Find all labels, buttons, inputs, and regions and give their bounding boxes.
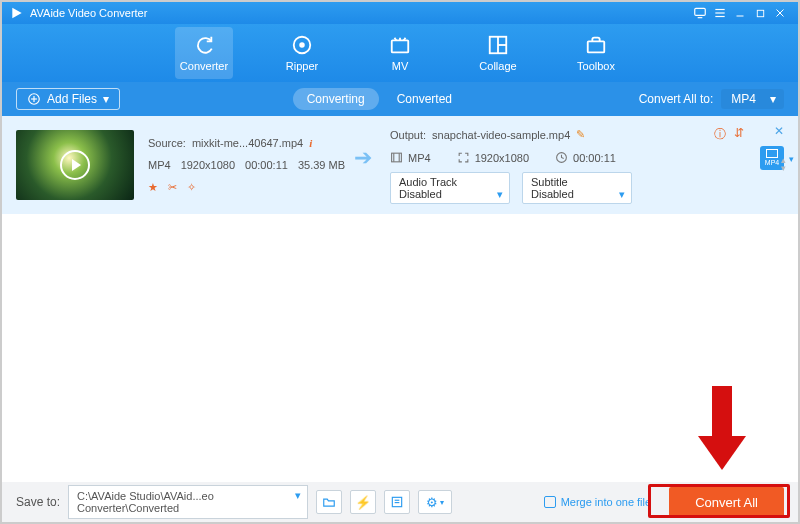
nav-label: Toolbox [577,60,615,72]
nav-toolbox[interactable]: Toolbox [567,27,625,79]
info-output-icon[interactable]: ⓘ [714,126,726,143]
bottom-bar: Save to: C:\AVAide Studio\AVAid...eo Con… [2,482,798,522]
tab-converted[interactable]: Converted [383,88,466,110]
out-duration: 00:00:11 [573,152,616,164]
compress-icon[interactable]: ⇵ [734,126,744,143]
file-row: Source: mixkit-me...40647.mp4 i MP4 1920… [2,116,798,214]
task-list-button[interactable] [384,490,410,514]
svg-rect-11 [392,40,409,52]
menu-icon[interactable] [710,3,730,23]
nav-ripper[interactable]: Ripper [273,27,331,79]
film-icon [390,151,403,164]
nav-label: Collage [479,60,516,72]
merge-label: Merge into one file [561,496,652,508]
svg-rect-6 [757,10,763,16]
edit-name-icon[interactable]: ✎ [576,128,585,141]
tab-converting[interactable]: Converting [293,88,379,110]
add-files-button[interactable]: Add Files ▾ [16,88,120,110]
src-duration: 00:00:11 [245,159,288,171]
cut-icon[interactable]: ✂ [168,181,177,194]
convert-all-to: Convert All to: MP4 [639,89,784,109]
nav-label: MV [392,60,409,72]
out-format: MP4 [408,152,431,164]
maximize-icon[interactable] [750,3,770,23]
titlebar: AVAide Video Converter [2,2,798,24]
source-label: Source: [148,137,186,149]
save-to-label: Save to: [16,495,60,509]
info-icon[interactable]: i [309,137,312,149]
nav-label: Ripper [286,60,318,72]
source-filename: mixkit-me...40647.mp4 [192,137,303,149]
nav-label: Converter [180,60,228,72]
convert-all-button[interactable]: Convert All [669,487,784,518]
output-block: Output: snapchat-video-sample.mp4 ✎ ⓘ ⇵ … [390,126,750,204]
convert-all-to-label: Convert All to: [639,92,714,106]
convert-all-format-select[interactable]: MP4 [721,89,784,109]
svg-marker-0 [12,8,21,19]
reorder-handle[interactable]: ▴▾ [781,156,786,172]
audio-track-select[interactable]: Audio Track Disabled [390,172,510,204]
video-thumbnail[interactable] [16,130,134,200]
nav-collage[interactable]: Collage [469,27,527,79]
source-block: Source: mixkit-me...40647.mp4 i MP4 1920… [148,137,348,194]
src-format: MP4 [148,159,171,171]
app-logo-icon [10,6,24,20]
out-resolution: 1920x1080 [475,152,529,164]
star-icon[interactable]: ★ [148,181,158,194]
output-filename: snapchat-video-sample.mp4 [432,129,570,141]
svg-point-10 [300,43,304,47]
enhance-icon[interactable]: ✧ [187,181,196,194]
output-label: Output: [390,129,426,141]
checkbox-icon [544,496,556,508]
minimize-icon[interactable] [730,3,750,23]
app-window: AVAide Video Converter Converter Ripper … [0,0,800,524]
main-nav: Converter Ripper MV Collage Toolbox [2,24,798,82]
close-icon[interactable] [770,3,790,23]
src-resolution: 1920x1080 [181,159,235,171]
arrow-icon: ➔ [354,145,372,171]
add-files-label: Add Files [47,92,97,106]
src-size: 35.39 MB [298,159,345,171]
open-folder-button[interactable] [316,490,342,514]
svg-rect-1 [695,8,706,15]
feedback-icon[interactable] [690,3,710,23]
merge-checkbox[interactable]: Merge into one file [544,496,652,508]
empty-area [2,214,798,482]
save-path-select[interactable]: C:\AVAide Studio\AVAid...eo Converter\Co… [68,485,308,519]
chevron-down-icon: ▾ [789,154,794,164]
play-icon [60,150,90,180]
subtitle-select[interactable]: Subtitle Disabled [522,172,632,204]
settings-button[interactable]: ⚙▾ [418,490,452,514]
status-tabs: Converting Converted [293,88,466,110]
clock-icon [555,151,568,164]
nav-mv[interactable]: MV [371,27,429,79]
svg-rect-19 [392,153,402,162]
chevron-down-icon: ▾ [103,92,109,106]
sub-toolbar: Add Files ▾ Converting Converted Convert… [2,82,798,116]
nav-converter[interactable]: Converter [175,27,233,79]
hw-accel-button[interactable]: ⚡ [350,490,376,514]
svg-rect-15 [588,41,605,52]
remove-file-icon[interactable]: ✕ [774,124,784,138]
app-title: AVAide Video Converter [30,7,147,19]
resolution-icon [457,151,470,164]
